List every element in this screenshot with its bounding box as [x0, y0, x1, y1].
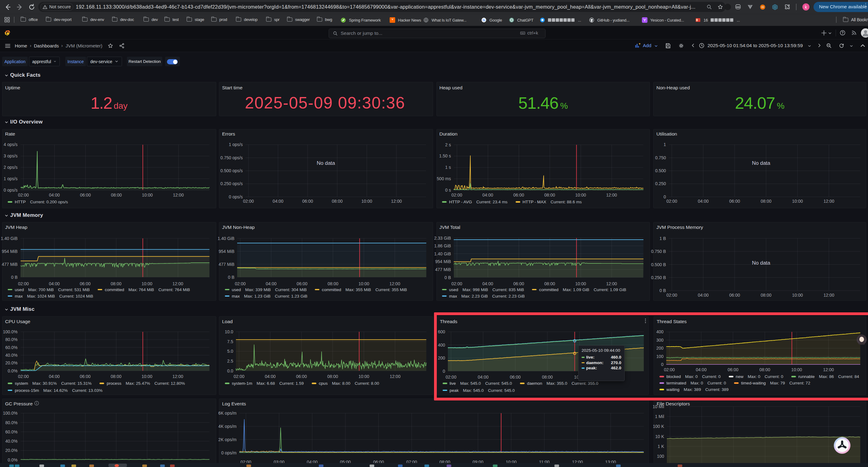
svg-text:G: G	[483, 18, 486, 22]
